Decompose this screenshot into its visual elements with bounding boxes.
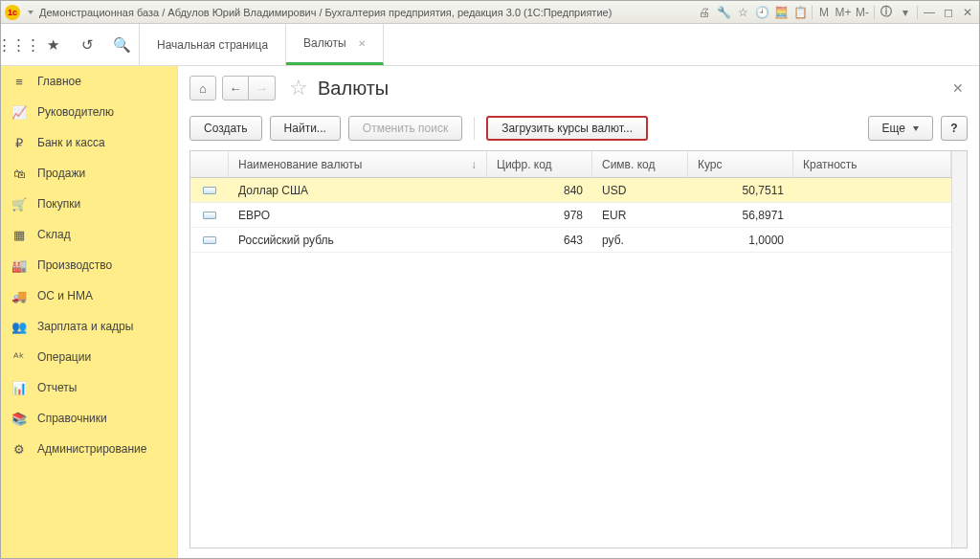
table-row[interactable]: Российский рубль 643 руб. 1,0000 <box>190 228 951 253</box>
table-row[interactable]: Доллар США 840 USD 50,7511 <box>190 178 951 203</box>
chevron-down-icon <box>913 126 919 131</box>
sidebar-item-purchases[interactable]: 🛒Покупки <box>1 189 177 219</box>
app-window: 1c Демонстрационная база / Абдулов Юрий … <box>0 0 980 559</box>
help-button[interactable]: ? <box>941 116 968 141</box>
cell-rate: 1,0000 <box>688 234 793 247</box>
sidebar-item-operations[interactable]: ᴬᵏОперации <box>1 342 177 372</box>
ruble-icon: ₽ <box>11 136 28 150</box>
cell-code: 840 <box>487 184 592 197</box>
sidebar-item-reports[interactable]: 📊Отчеты <box>1 372 177 403</box>
page-title: Валюты <box>318 78 389 100</box>
cell-rate: 56,8971 <box>688 209 793 222</box>
col-sym[interactable]: Симв. код <box>592 151 688 177</box>
sidebar-item-label: Производство <box>37 258 112 272</box>
grid-body: Доллар США 840 USD 50,7511 ЕВРО 978 EUR … <box>190 178 951 548</box>
top-strip: ⋮⋮⋮ ★ ↺ 🔍 Начальная страница Валюты ✕ <box>1 24 979 66</box>
cell-name: Доллар США <box>229 184 487 197</box>
sidebar-item-label: Главное <box>37 75 81 88</box>
sort-asc-icon: ↓ <box>471 158 477 171</box>
favorites-icon[interactable]: ★ <box>35 36 70 54</box>
col-mult[interactable]: Кратность <box>793 151 951 177</box>
find-button[interactable]: Найти... <box>270 116 341 141</box>
memory-m-button[interactable]: M <box>816 5 832 20</box>
sidebar: ≡Главное 📈Руководителю ₽Банк и касса 🛍Пр… <box>1 66 178 558</box>
tab-home[interactable]: Начальная страница <box>140 24 286 65</box>
tabs-bar: Начальная страница Валюты ✕ <box>140 24 384 65</box>
cancel-find-button[interactable]: Отменить поиск <box>348 116 462 141</box>
sidebar-item-label: ОС и НМА <box>37 289 93 302</box>
sidebar-item-main[interactable]: ≡Главное <box>1 66 177 97</box>
sidebar-item-label: Справочники <box>37 412 107 425</box>
sidebar-item-assets[interactable]: 🚚ОС и НМА <box>1 280 177 311</box>
back-button[interactable]: ← <box>222 76 249 101</box>
sidebar-item-label: Руководителю <box>37 105 114 119</box>
sidebar-item-admin[interactable]: ⚙Администрирование <box>1 434 177 464</box>
app-menu-dropdown-icon[interactable] <box>28 11 33 14</box>
link-icon[interactable]: 🕘 <box>754 5 769 20</box>
sidebar-item-bank[interactable]: ₽Банк и касса <box>1 127 177 158</box>
factory-icon: 🏭 <box>11 258 28 273</box>
close-page-button[interactable]: ✕ <box>948 77 968 100</box>
vertical-scrollbar[interactable] <box>951 178 967 548</box>
operations-icon: ᴬᵏ <box>11 350 28 365</box>
cart-icon: 🛒 <box>11 197 28 212</box>
chart-icon: 📈 <box>11 105 28 120</box>
table-row[interactable]: ЕВРО 978 EUR 56,8971 <box>190 203 951 228</box>
info-icon[interactable]: ⓘ <box>879 5 894 20</box>
titlebar-toolbar: 🖨 🔧 ☆ 🕘 🧮 📋 M M+ M- ⓘ ▾ — ◻ ✕ <box>697 5 975 20</box>
sidebar-item-warehouse[interactable]: ▦Склад <box>1 219 177 250</box>
cell-name: ЕВРО <box>229 209 487 222</box>
col-code[interactable]: Цифр. код <box>487 151 592 177</box>
tab-currencies[interactable]: Валюты ✕ <box>286 24 384 65</box>
search-icon[interactable]: 🔍 <box>104 36 139 54</box>
maximize-button[interactable]: ◻ <box>941 5 956 20</box>
sidebar-item-label: Операции <box>37 350 91 364</box>
list-icon: ≡ <box>11 75 28 89</box>
close-window-button[interactable]: ✕ <box>960 5 975 20</box>
scrollbar-track-header <box>951 151 967 178</box>
toolbar-separator <box>474 117 475 140</box>
col-rate[interactable]: Курс <box>688 151 793 177</box>
home-button[interactable]: ⌂ <box>189 76 216 101</box>
memory-mminus-button[interactable]: M- <box>855 5 870 20</box>
row-marker-icon <box>203 212 216 219</box>
toolbar: Создать Найти... Отменить поиск Загрузит… <box>189 116 968 141</box>
sidebar-item-references[interactable]: 📚Справочники <box>1 403 177 434</box>
memory-mplus-button[interactable]: M+ <box>835 5 851 20</box>
page-header: ⌂ ← → ☆ Валюты ✕ <box>189 76 968 101</box>
calendar-icon[interactable]: 📋 <box>792 5 808 20</box>
main-panel: ⌂ ← → ☆ Валюты ✕ Создать Найти... Отмени… <box>178 66 979 558</box>
col-name[interactable]: Наименование валюты↓ <box>229 151 487 177</box>
books-icon: 📚 <box>11 412 28 426</box>
sidebar-item-manager[interactable]: 📈Руководителю <box>1 97 177 127</box>
col-icon[interactable] <box>190 151 229 177</box>
sidebar-item-sales[interactable]: 🛍Продажи <box>1 158 177 189</box>
currency-grid: Наименование валюты↓ Цифр. код Симв. код… <box>189 150 968 548</box>
history-icon[interactable]: ↺ <box>70 36 104 54</box>
cell-code: 978 <box>487 209 592 222</box>
titlebar: 1c Демонстрационная база / Абдулов Юрий … <box>1 1 979 24</box>
favorite-toggle-icon[interactable]: ☆ <box>287 77 310 100</box>
sidebar-item-label: Покупки <box>37 197 80 211</box>
create-button[interactable]: Создать <box>189 116 262 141</box>
info-dropdown-icon[interactable]: ▾ <box>898 5 913 20</box>
sidebar-item-production[interactable]: 🏭Производство <box>1 250 177 280</box>
sidebar-item-label: Банк и касса <box>37 136 105 149</box>
favorite-star-icon[interactable]: ☆ <box>735 5 750 20</box>
load-rates-button[interactable]: Загрузить курсы валют... <box>486 116 648 141</box>
sidebar-item-label: Отчеты <box>37 381 77 394</box>
truck-icon: 🚚 <box>11 289 28 303</box>
calc-icon[interactable]: 🧮 <box>773 5 789 20</box>
app-icon: 1c <box>5 5 20 20</box>
tab-close-icon[interactable]: ✕ <box>358 38 366 49</box>
more-button[interactable]: Еще <box>868 116 933 141</box>
minimize-button[interactable]: — <box>922 5 937 20</box>
sidebar-item-salary[interactable]: 👥Зарплата и кадры <box>1 311 177 342</box>
row-marker-icon <box>203 187 216 194</box>
tool-icon[interactable]: 🔧 <box>716 5 731 20</box>
sidebar-item-label: Продажи <box>37 167 85 180</box>
forward-button[interactable]: → <box>249 76 276 101</box>
apps-grid-icon[interactable]: ⋮⋮⋮ <box>1 36 35 54</box>
print-icon[interactable]: 🖨 <box>697 5 712 20</box>
cell-sym: USD <box>592 184 688 197</box>
